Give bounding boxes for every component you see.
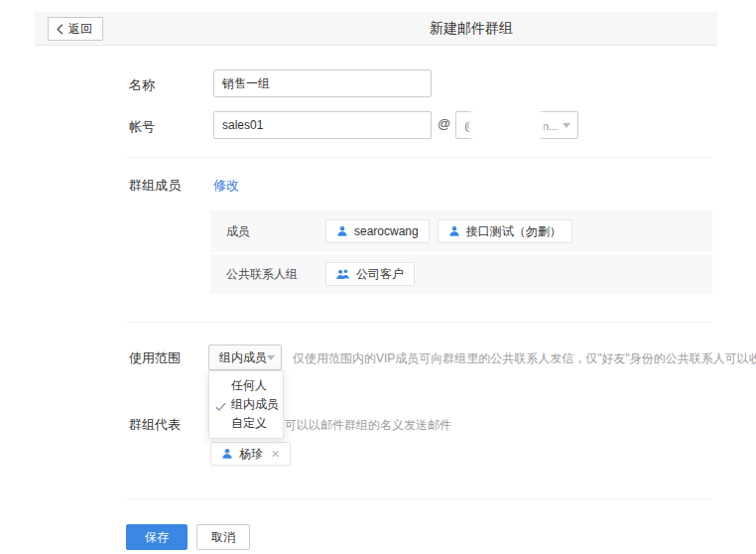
name-label: 名称 xyxy=(129,76,155,94)
chevron-left-icon xyxy=(57,24,63,35)
representative-chip-label: 杨珍 xyxy=(239,446,263,463)
account-input[interactable] xyxy=(213,111,432,139)
scope-option-label: 自定义 xyxy=(231,416,267,430)
representative-label: 群组代表 xyxy=(129,416,181,434)
close-icon[interactable]: ✕ xyxy=(271,448,280,461)
user-icon xyxy=(336,225,348,237)
divider xyxy=(127,498,712,499)
caret-down-icon xyxy=(563,123,570,128)
members-row-label: 成员 xyxy=(226,223,325,240)
contact-group-chip-label: 公司客户 xyxy=(356,266,404,283)
member-chip[interactable]: searocwang xyxy=(325,219,430,243)
users-icon xyxy=(336,268,350,280)
scope-option-anyone[interactable]: 任何人 xyxy=(209,376,283,395)
back-button[interactable]: 返回 xyxy=(48,17,103,41)
scope-help-text: 仅使用范围内的VIP成员可向群组里的公共联系人发信，仅"好友"身份的公共联系人可… xyxy=(293,350,756,367)
domain-suffix: n... xyxy=(543,120,558,132)
scope-option-label: 任何人 xyxy=(231,378,267,392)
contact-group-chip[interactable]: 公司客户 xyxy=(325,262,415,286)
member-chip-label: searocwang xyxy=(354,224,419,238)
scope-select-value: 组内成员 xyxy=(219,349,267,366)
save-button[interactable]: 保存 xyxy=(126,524,188,550)
cancel-button[interactable]: 取消 xyxy=(196,524,250,550)
redacted-domain-blur xyxy=(470,105,542,145)
domain-select[interactable]: @ n... xyxy=(455,111,578,139)
divider xyxy=(127,157,712,158)
member-chip[interactable]: 接口测试（勿删） xyxy=(438,219,572,243)
user-icon xyxy=(448,225,460,237)
scope-option-custom[interactable]: 自定义 xyxy=(209,414,283,433)
user-icon xyxy=(221,448,233,460)
scope-select[interactable]: 组内成员 xyxy=(208,345,282,370)
divider xyxy=(127,322,712,323)
scope-label: 使用范围 xyxy=(129,349,181,367)
members-row: 成员 searocwang 接口测试（勿删） xyxy=(210,210,712,252)
scope-option-group-members[interactable]: 组内成员 xyxy=(209,395,283,414)
member-chip-label: 接口测试（勿删） xyxy=(466,223,562,240)
representative-help-text: 可以以邮件群组的名义发送邮件 xyxy=(285,417,451,434)
members-section-label: 群组成员 xyxy=(129,177,181,195)
header-bar: 返回 新建邮件群组 xyxy=(35,12,717,46)
account-label: 帐号 xyxy=(129,118,155,136)
scope-option-label: 组内成员 xyxy=(231,397,279,411)
caret-down-icon xyxy=(267,355,275,360)
scope-dropdown-menu: 任何人 组内成员 自定义 xyxy=(208,370,284,439)
name-input[interactable] xyxy=(213,69,432,97)
contact-group-row-label: 公共联系人组 xyxy=(226,266,325,283)
modify-members-link[interactable]: 修改 xyxy=(213,177,239,195)
representative-chip[interactable]: 杨珍 ✕ xyxy=(210,442,291,466)
contact-group-row: 公共联系人组 公司客户 xyxy=(210,254,712,294)
back-button-label: 返回 xyxy=(68,21,92,38)
page-title: 新建邮件群组 xyxy=(430,20,513,38)
at-symbol: @ xyxy=(438,116,450,131)
create-mail-group-page: 返回 新建邮件群组 名称 帐号 @ @ n... 群组成员 修改 成员 sear… xyxy=(0,0,756,554)
